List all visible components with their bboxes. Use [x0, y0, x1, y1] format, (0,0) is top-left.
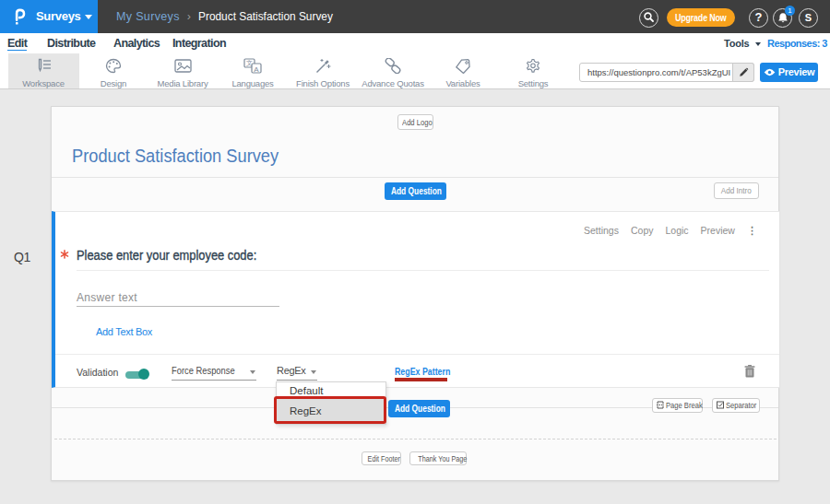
svg-text:A: A [254, 65, 259, 74]
svg-text:文: 文 [246, 59, 253, 66]
